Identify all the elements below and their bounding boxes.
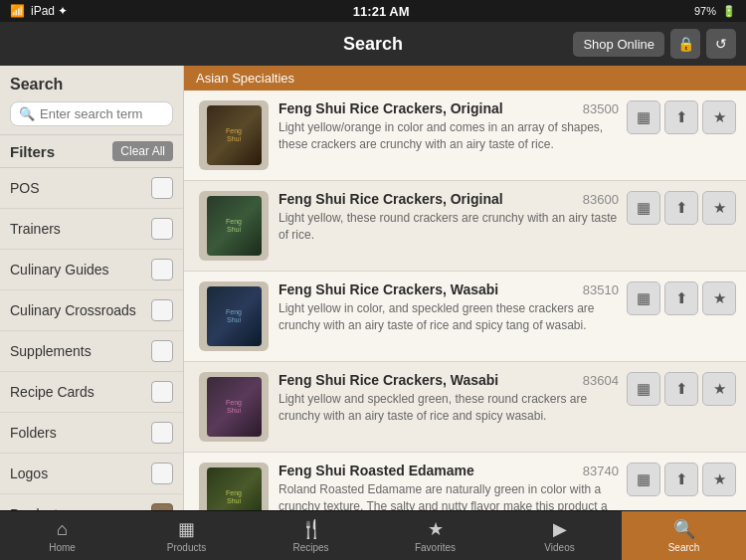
sidebar-item-culinary-guides[interactable]: Culinary Guides [0, 250, 183, 290]
sidebar-item-label: Culinary Guides [10, 262, 109, 278]
sidebar-item-checkbox[interactable] [151, 381, 173, 403]
refresh-button[interactable]: ↺ [706, 29, 736, 59]
share-button[interactable]: ⬆ [664, 100, 698, 134]
sidebar-item-checkbox[interactable] [151, 177, 173, 199]
nav-label: Search [668, 542, 700, 553]
nav-label: Favorites [415, 542, 456, 553]
favorite-button[interactable]: ★ [702, 191, 736, 225]
product-description: Light yellow and speckled green, these r… [279, 391, 619, 425]
filters-label: Filters [10, 143, 55, 160]
product-name: Feng Shui Rice Crackers, Original [279, 191, 503, 207]
nav-item-home[interactable]: ⌂ Home [0, 511, 124, 560]
search-input[interactable] [40, 106, 164, 121]
product-name-row: Feng Shui Rice Crackers, Wasabi 83604 [279, 372, 619, 388]
product-name-row: Feng Shui Roasted Edamame 83740 [279, 463, 619, 478]
sidebar-item-checkbox[interactable] [151, 218, 173, 240]
sidebar-item-label: POS [10, 180, 40, 196]
sidebar-item-checkbox[interactable] [151, 259, 173, 280]
product-image: FengShui [199, 281, 269, 351]
favorite-button[interactable]: ★ [702, 372, 736, 406]
bottom-nav: ⌂ Home ▦ Products 🍴 Recipes ★ Favorites … [0, 510, 746, 560]
nav-item-products[interactable]: ▦ Products [124, 511, 249, 560]
clear-all-button[interactable]: Clear All [112, 141, 173, 161]
sidebar-item-label: Logos [10, 466, 48, 481]
nav-item-videos[interactable]: ▶ Videos [497, 511, 622, 560]
sidebar-item-checkbox[interactable] [151, 340, 173, 362]
share-button[interactable]: ⬆ [664, 191, 698, 225]
product-description: Light yellow, these round crackers are c… [279, 210, 619, 244]
search-icon-small: 🔍 [19, 106, 35, 121]
sidebar-item-folders[interactable]: Folders [0, 413, 183, 454]
sidebar-item-recipe-cards[interactable]: Recipe Cards [0, 372, 183, 413]
header-actions: Shop Online 🔒 ↺ [573, 29, 736, 59]
product-image-placeholder: FengShui [207, 196, 262, 256]
product-image-placeholder: FengShui [207, 377, 262, 437]
barcode-button[interactable]: ▦ [627, 372, 660, 406]
product-image: FengShui [199, 463, 269, 510]
sidebar-item-label: Products [10, 506, 65, 510]
nav-icon: 🔍 [673, 518, 695, 540]
nav-label: Products [167, 542, 206, 553]
product-actions: ▦ ⬆ ★ [627, 191, 736, 225]
action-row: ▦ ⬆ ★ [627, 372, 736, 406]
action-row: ▦ ⬆ ★ [627, 100, 736, 134]
product-actions: ▦ ⬆ ★ [627, 281, 736, 315]
battery-icon: 🔋 [722, 5, 736, 18]
product-image: FengShui [199, 372, 269, 442]
product-info: Feng Shui Rice Crackers, Wasabi 83604 Li… [279, 372, 619, 425]
nav-icon: ⌂ [57, 519, 68, 540]
sidebar-item-products[interactable]: Products [0, 494, 183, 510]
product-info: Feng Shui Roasted Edamame 83740 Roland R… [279, 463, 619, 510]
sidebar-item-pos[interactable]: POS [0, 168, 183, 209]
product-image-placeholder: FengShui [207, 105, 262, 165]
favorite-button[interactable]: ★ [702, 463, 736, 496]
status-left: 📶 iPad ✦ [10, 4, 68, 18]
lock-button[interactable]: 🔒 [670, 29, 700, 59]
sidebar-item-checkbox[interactable] [151, 463, 173, 484]
nav-label: Videos [544, 542, 574, 553]
sidebar-item-logos[interactable]: Logos [0, 454, 183, 494]
product-name-row: Feng Shui Rice Crackers, Original 83500 [279, 100, 619, 116]
product-actions: ▦ ⬆ ★ [627, 463, 736, 496]
refresh-icon: ↺ [715, 36, 727, 52]
barcode-button[interactable]: ▦ [627, 191, 660, 225]
share-button[interactable]: ⬆ [664, 372, 698, 406]
status-time: 11:21 AM [353, 4, 410, 19]
share-button[interactable]: ⬆ [664, 463, 698, 496]
app-header: Search Shop Online 🔒 ↺ [0, 22, 746, 66]
shop-online-button[interactable]: Shop Online [573, 32, 664, 57]
product-info: Feng Shui Rice Crackers, Original 83500 … [279, 100, 619, 153]
nav-icon: ★ [428, 518, 444, 540]
action-row: ▦ ⬆ ★ [627, 281, 736, 315]
product-sku: 83510 [583, 282, 619, 297]
nav-item-favorites[interactable]: ★ Favorites [373, 511, 497, 560]
product-item: FengShui Feng Shui Roasted Edamame 83740… [184, 453, 746, 510]
sidebar-item-label: Supplements [10, 343, 92, 359]
product-info: Feng Shui Rice Crackers, Original 83600 … [279, 191, 619, 244]
sidebar-item-checkbox[interactable] [151, 503, 173, 510]
share-button[interactable]: ⬆ [664, 281, 698, 315]
favorite-button[interactable]: ★ [702, 281, 736, 315]
sidebar-item-culinary-crossroads[interactable]: Culinary Crossroads [0, 290, 183, 331]
filters-header: Filters Clear All [0, 134, 183, 168]
product-image: FengShui [199, 191, 269, 261]
sidebar-item-trainers[interactable]: Trainers [0, 209, 183, 250]
sidebar-item-checkbox[interactable] [151, 422, 173, 444]
nav-label: Recipes [292, 542, 328, 553]
nav-label: Home [49, 542, 76, 553]
barcode-button[interactable]: ▦ [627, 281, 660, 315]
barcode-button[interactable]: ▦ [627, 463, 660, 496]
product-item: FengShui Feng Shui Rice Crackers, Origin… [184, 181, 746, 272]
nav-item-search[interactable]: 🔍 Search [622, 511, 746, 560]
barcode-button[interactable]: ▦ [627, 100, 660, 134]
section-header: Asian Specialties [184, 66, 746, 91]
sidebar-item-supplements[interactable]: Supplements [0, 331, 183, 372]
product-sku: 83740 [583, 464, 619, 478]
nav-item-recipes[interactable]: 🍴 Recipes [249, 511, 373, 560]
product-list: FengShui Feng Shui Rice Crackers, Origin… [184, 91, 746, 510]
content-area: Asian Specialties FengShui Feng Shui Ric… [184, 66, 746, 510]
favorite-button[interactable]: ★ [702, 100, 736, 134]
sidebar-item-checkbox[interactable] [151, 299, 173, 321]
status-device: iPad ✦ [31, 4, 68, 18]
action-row: ▦ ⬆ ★ [627, 463, 736, 496]
